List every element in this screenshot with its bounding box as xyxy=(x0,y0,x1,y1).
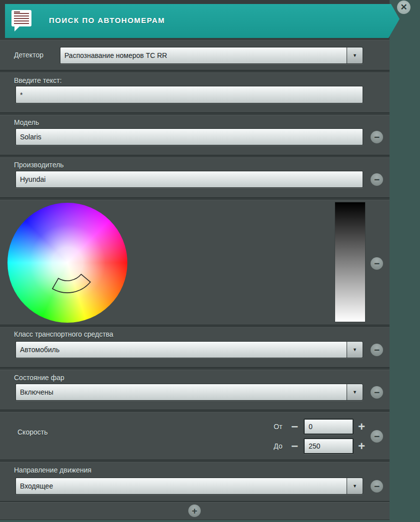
plate-text-label: Введите текст: xyxy=(14,76,62,84)
headlights-combobox[interactable]: Включены ▼ xyxy=(15,384,363,401)
manufacturer-label: Производитель xyxy=(14,161,64,169)
model-input[interactable] xyxy=(15,128,363,145)
color-wheel[interactable] xyxy=(7,203,127,323)
manufacturer-section: Производитель − xyxy=(0,157,390,197)
speed-to-decrement-button[interactable]: − xyxy=(291,441,298,451)
direction-value[interactable]: Входящее xyxy=(15,478,347,495)
speed-to-label: До xyxy=(274,442,282,450)
model-section: Модель − xyxy=(0,115,390,155)
speed-to-increment-button[interactable]: + xyxy=(358,441,365,451)
chevron-down-icon[interactable]: ▼ xyxy=(347,478,363,495)
remove-speed-button[interactable]: − xyxy=(371,430,383,443)
vehicle-class-label: Класс транспортного средства xyxy=(14,330,113,338)
remove-manufacturer-button[interactable]: − xyxy=(371,173,383,186)
headlights-section: Состояние фар Включены ▼ − xyxy=(0,370,390,410)
speed-to-input[interactable] xyxy=(304,438,354,454)
remove-model-button[interactable]: − xyxy=(371,131,383,143)
chevron-down-icon[interactable]: ▼ xyxy=(347,384,363,401)
headlights-label: Состояние фар xyxy=(14,374,64,382)
direction-label: Направление движения xyxy=(14,466,91,474)
close-icon[interactable]: ✕ xyxy=(397,0,411,14)
vehicle-class-combobox[interactable]: Автомобиль ▼ xyxy=(15,341,363,358)
remove-direction-button[interactable]: − xyxy=(371,480,383,493)
detector-section: Детектор Распознавание номеров ТС RR ▼ xyxy=(0,40,390,70)
add-criteria-button[interactable]: + xyxy=(188,505,201,517)
remove-vehicle-class-button[interactable]: − xyxy=(371,344,383,356)
add-criteria-bar: + xyxy=(0,502,390,520)
speed-from-increment-button[interactable]: + xyxy=(358,422,365,432)
search-panel: ПОИСК ПО АВТОНОМЕРАМ Детектор Распознава… xyxy=(0,0,390,520)
page-title: ПОИСК ПО АВТОНОМЕРАМ xyxy=(49,16,165,24)
brightness-gradient-bar[interactable] xyxy=(335,202,366,322)
vehicle-class-section: Класс транспортного средства Автомобиль … xyxy=(0,327,390,367)
chevron-down-icon[interactable]: ▼ xyxy=(347,341,363,358)
title-banner: ПОИСК ПО АВТОНОМЕРАМ xyxy=(5,4,400,38)
speed-from-label: От xyxy=(274,423,282,431)
license-plate-search-icon xyxy=(11,9,31,32)
direction-section: Направление движения Входящее ▼ − xyxy=(0,462,390,501)
plate-text-input[interactable] xyxy=(15,86,363,103)
model-label: Модель xyxy=(14,118,39,126)
plate-text-section: Введите текст: xyxy=(0,72,390,112)
detector-combobox[interactable]: Распознавание номеров ТС RR ▼ xyxy=(60,47,363,64)
vehicle-class-value[interactable]: Автомобиль xyxy=(15,341,347,358)
remove-color-button[interactable]: − xyxy=(371,257,383,270)
remove-headlights-button[interactable]: − xyxy=(371,386,383,399)
headlights-value[interactable]: Включены xyxy=(15,384,347,401)
speed-from-decrement-button[interactable]: − xyxy=(291,422,298,432)
chevron-down-icon[interactable]: ▼ xyxy=(347,47,363,64)
color-section: − xyxy=(0,200,390,325)
speed-section: Скорость От − + До − + − xyxy=(0,412,390,460)
manufacturer-input[interactable] xyxy=(15,171,363,188)
detector-value[interactable]: Распознавание номеров ТС RR xyxy=(60,47,347,64)
detector-label: Детектор xyxy=(14,51,43,59)
direction-combobox[interactable]: Входящее ▼ xyxy=(15,478,363,495)
speed-label: Скорость xyxy=(17,428,47,436)
header-area: ПОИСК ПО АВТОНОМЕРАМ xyxy=(0,0,390,40)
speed-from-input[interactable] xyxy=(304,419,354,435)
